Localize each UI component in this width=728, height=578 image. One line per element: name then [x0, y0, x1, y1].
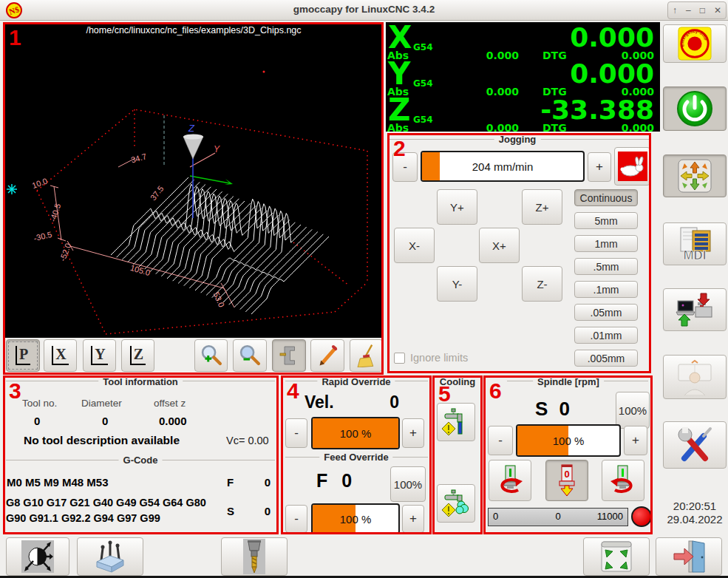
fullscreen-button[interactable]	[583, 537, 650, 576]
annotation-label-4: 4	[287, 380, 299, 402]
jog-speed-slider[interactable]: 204 mm/min	[421, 151, 585, 182]
settings-button[interactable]	[663, 421, 727, 469]
dro-axis-x[interactable]: X G54 0.000 Abs 0.000 DTG 0.000	[386, 25, 660, 61]
jog-turbo-button[interactable]	[614, 147, 650, 186]
tools-settings-icon	[674, 426, 715, 464]
jog-speed-value: 204 mm/min	[422, 152, 583, 180]
spindle-ccw-button[interactable]	[489, 460, 531, 501]
spindle-minus-button[interactable]: -	[488, 426, 513, 455]
svg-text:MDI: MDI	[683, 248, 706, 262]
zoom-in-button[interactable]	[194, 339, 228, 372]
axis-label-z: Z	[188, 123, 195, 134]
jog-x-minus-button[interactable]: X-	[394, 228, 435, 263]
window-maximize-button[interactable]: □	[700, 5, 705, 16]
increment-continuous-button[interactable]: Continuous	[574, 189, 638, 206]
mist-coolant-icon	[441, 489, 471, 518]
clock-time: 20:20:51	[661, 500, 728, 512]
spindle-frame-title: Spindle [rpm]	[533, 376, 604, 387]
jog-z-plus-button[interactable]: Z+	[522, 189, 562, 225]
tool-diameter-value: 0	[102, 415, 108, 427]
feed-override-value: 100 %	[313, 505, 398, 533]
toggle-dimensions-button[interactable]	[272, 339, 306, 372]
broom-icon	[355, 344, 378, 367]
spindle-override-slider[interactable]: 100 %	[516, 424, 621, 457]
view-x-button[interactable]: X	[44, 339, 77, 372]
spindle-reset-button[interactable]: 100%	[616, 392, 650, 429]
jog-y-minus-button[interactable]: Y-	[437, 266, 477, 302]
exit-button[interactable]	[656, 537, 722, 576]
emergency-stop-icon: Emergency-Stop	[678, 27, 712, 61]
jog-y-plus-button[interactable]: Y+	[437, 189, 477, 225]
cooling-frame-title: Cooling	[435, 376, 480, 387]
coord-system: G54	[413, 115, 433, 125]
increment-1mm-button[interactable]: 1mm	[574, 235, 638, 252]
dtg-label: DTG	[542, 122, 567, 134]
auto-mode-button[interactable]	[663, 288, 727, 331]
gcode-preview-panel[interactable]: /home/cnc/linuxcnc/nc_files/examples/3D_…	[4, 22, 384, 338]
increment-05mm-button[interactable]: .5mm	[574, 258, 638, 275]
user-tab-button[interactable]	[663, 355, 727, 399]
ignore-limits-checkbox[interactable]	[394, 353, 405, 364]
window-restore-button[interactable]: ↑	[673, 5, 677, 16]
rapid-minus-button[interactable]: -	[285, 418, 307, 448]
abs-value: 0.000	[467, 50, 519, 61]
zoom-out-button[interactable]	[233, 339, 267, 372]
spindle-cw-button[interactable]	[602, 460, 644, 501]
view-z-button[interactable]: Z	[121, 339, 154, 372]
jog-speed-minus-button[interactable]: -	[392, 152, 418, 182]
mist-coolant-button[interactable]	[437, 484, 475, 523]
axis-label-y: Y	[214, 144, 220, 154]
clear-plot-button[interactable]	[350, 339, 383, 372]
tool-change-button[interactable]	[221, 537, 288, 576]
coord-system: G54	[413, 78, 433, 89]
feed-minus-button[interactable]: -	[285, 505, 307, 533]
view-perspective-button[interactable]: P	[6, 339, 40, 372]
pencil-icon	[316, 344, 339, 367]
jog-z-minus-button[interactable]: Z-	[522, 266, 562, 302]
mdi-mode-button[interactable]: MDI	[663, 222, 727, 265]
flood-coolant-button[interactable]	[437, 403, 475, 441]
coord-system: G54	[413, 42, 433, 52]
feed-reset-button[interactable]: 100%	[390, 466, 426, 502]
increment-5mm-button[interactable]: 5mm	[574, 212, 638, 229]
title-bar[interactable]: N$ gmoccapy for LinuxCNC 3.4.2 ↑ – □ ✕	[0, 0, 728, 21]
active-gcodes: G8 G10 G17 G21 G40 G49 G54 G64 G80 G90 G…	[6, 495, 222, 526]
jog-x-plus-button[interactable]: X+	[479, 228, 520, 263]
dro-axis-y[interactable]: Y G54 0.000 Abs 0.000 DTG 0.000	[386, 61, 660, 98]
view-y-button[interactable]: Y	[83, 339, 116, 372]
operator-icon	[676, 358, 714, 395]
block-height-button[interactable]	[77, 537, 143, 576]
window-minimize-button[interactable]: –	[686, 5, 691, 16]
estop-button[interactable]: Emergency-Stop	[663, 24, 727, 63]
spindle-stop-button[interactable]: 0	[545, 460, 588, 501]
jog-speed-plus-button[interactable]: +	[588, 152, 611, 182]
gmoccapy-window: N$ gmoccapy for LinuxCNC 3.4.2 ↑ – □ ✕ /…	[0, 0, 728, 578]
velocity-value: 0	[370, 392, 399, 412]
edit-gcode-button[interactable]	[310, 339, 344, 372]
tool-diameter-header: Diameter	[81, 398, 122, 409]
cutting-speed-value: Vc= 0.00	[226, 435, 269, 446]
feed-plus-button[interactable]: +	[402, 505, 424, 533]
increment-005mm-button[interactable]: .05mm	[574, 304, 638, 321]
exit-icon	[671, 540, 707, 574]
abs-value: 0.000	[467, 122, 519, 134]
velocity-label: Vel.	[305, 392, 334, 412]
run-program-icon	[676, 292, 714, 327]
spindle-plus-button[interactable]: +	[624, 426, 647, 455]
window-close-button[interactable]: ✕	[714, 5, 721, 16]
increment-001mm-button[interactable]: .01mm	[574, 327, 638, 344]
increment-01mm-button[interactable]: .1mm	[574, 281, 638, 298]
abs-label: Abs	[387, 122, 409, 134]
manual-mode-button[interactable]	[663, 154, 727, 197]
clock-date: 29.04.2022	[661, 513, 728, 526]
rapid-plus-button[interactable]: +	[402, 418, 424, 448]
dro-axis-z[interactable]: Z G54 -33.388 Abs 0.000 DTG 0.000	[386, 98, 660, 134]
window-controls: ↑ – □ ✕	[667, 1, 727, 19]
feed-override-slider[interactable]: 100 %	[311, 503, 400, 534]
toolpath-plot: Y Z 10.0 -40.5 -30.5 -52	[4, 22, 384, 338]
touch-off-button[interactable]	[6, 537, 69, 576]
increment-0005mm-button[interactable]: .005mm	[574, 350, 638, 367]
machine-on-button[interactable]	[663, 86, 727, 131]
rapid-override-slider[interactable]: 100 %	[311, 417, 400, 449]
tool-no-header: Tool no.	[22, 398, 57, 409]
